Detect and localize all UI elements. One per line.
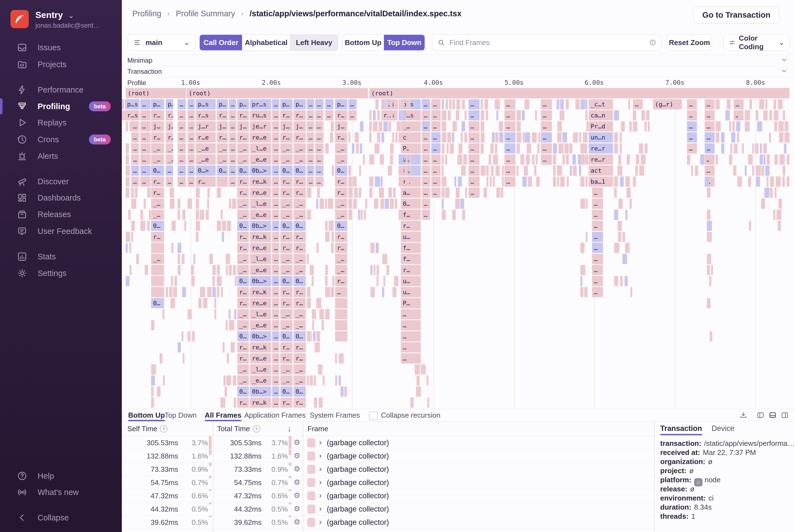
- flame-cell[interactable]: [586, 232, 588, 242]
- flame-cell[interactable]: [126, 232, 130, 242]
- flame-cell[interactable]: [234, 398, 236, 408]
- flame-cell[interactable]: [369, 188, 372, 198]
- flame-cell[interactable]: [335, 353, 337, 363]
- flame-cell[interactable]: _l…e: [250, 309, 271, 319]
- flame-cell[interactable]: [407, 132, 410, 142]
- expand-chevron-icon[interactable]: ›: [319, 517, 322, 527]
- flame-cell[interactable]: [732, 121, 735, 132]
- flame-root-cell[interactable]: (root): [187, 88, 368, 98]
- flame-cell[interactable]: [325, 221, 328, 231]
- expand-chevron-icon[interactable]: ›: [319, 478, 322, 487]
- flame-cell[interactable]: [316, 298, 321, 308]
- flame-cell[interactable]: [741, 99, 743, 109]
- flame-cell[interactable]: …: [188, 166, 195, 176]
- flame-cell[interactable]: _…: [294, 144, 306, 154]
- flame-cell[interactable]: [745, 166, 747, 176]
- flame-cell[interactable]: [460, 198, 464, 209]
- flame-cell[interactable]: [214, 298, 216, 308]
- flame-cell[interactable]: [231, 342, 235, 353]
- flame-cell[interactable]: [580, 287, 583, 297]
- flame-cell[interactable]: 0…: [280, 386, 292, 397]
- org-switcher[interactable]: Sentry ⌄: [35, 10, 74, 20]
- flame-cell[interactable]: [639, 144, 643, 154]
- flame-cell[interactable]: [707, 232, 712, 242]
- flame-cell[interactable]: …: [131, 176, 139, 187]
- flame-cell[interactable]: [502, 166, 504, 176]
- flame-cell[interactable]: [226, 254, 230, 264]
- tab-top-down[interactable]: Top Down: [165, 409, 197, 421]
- flame-cell[interactable]: …: [505, 176, 515, 187]
- flame-cell[interactable]: r…: [294, 342, 306, 353]
- flame-cell[interactable]: [131, 188, 134, 198]
- flame-cell[interactable]: re…e: [250, 353, 271, 363]
- flame-cell[interactable]: …: [272, 166, 279, 176]
- flame-cell[interactable]: [177, 243, 181, 253]
- flame-cell[interactable]: [427, 375, 429, 386]
- flame-cell[interactable]: _…: [294, 210, 306, 220]
- flame-cell[interactable]: [573, 166, 577, 176]
- flame-cell[interactable]: [227, 353, 229, 363]
- flame-cell[interactable]: r…: [401, 176, 421, 187]
- flame-cell[interactable]: …: [272, 176, 279, 187]
- table-row[interactable]: 305.53ms3.7%305.53ms3.7%⚙›(garbage colle…: [122, 436, 654, 450]
- flame-cell[interactable]: [729, 121, 732, 132]
- flame-cell[interactable]: …: [131, 132, 139, 142]
- flame-cell[interactable]: [191, 276, 195, 286]
- flame-cell[interactable]: [563, 132, 567, 142]
- flame-cell[interactable]: [177, 342, 181, 353]
- flame-cell[interactable]: [310, 265, 314, 275]
- flame-cell[interactable]: [779, 132, 783, 142]
- flame-cell[interactable]: [182, 287, 186, 297]
- flame-cell[interactable]: [445, 188, 450, 198]
- flame-cell[interactable]: [536, 154, 537, 165]
- flame-cell[interactable]: …: [705, 132, 715, 142]
- tab-device-details[interactable]: Device: [712, 421, 735, 435]
- flame-cell[interactable]: [325, 232, 329, 242]
- flame-cell[interactable]: [764, 188, 769, 198]
- frame-header[interactable]: Frame: [307, 424, 328, 433]
- flame-cell[interactable]: [516, 121, 521, 132]
- flame-cell[interactable]: [221, 210, 223, 220]
- flame-cell[interactable]: j…r: [196, 121, 216, 132]
- flame-cell[interactable]: [332, 232, 334, 242]
- expand-chevron-icon[interactable]: ›: [319, 438, 322, 447]
- flame-cell[interactable]: [212, 276, 215, 286]
- flame-cell[interactable]: [314, 398, 317, 408]
- flame-cell[interactable]: [761, 166, 764, 176]
- flame-cell[interactable]: [499, 121, 503, 132]
- flame-cell[interactable]: [395, 198, 397, 209]
- flame-cell[interactable]: r…: [151, 132, 164, 142]
- flame-cell[interactable]: r…: [237, 243, 249, 253]
- flame-cell[interactable]: _l…e: [250, 364, 271, 375]
- flame-cell[interactable]: …: [131, 144, 139, 154]
- sidebar-item-alerts[interactable]: Alerts: [0, 148, 122, 164]
- flame-cell[interactable]: [769, 110, 772, 120]
- flame-cell[interactable]: r…: [335, 232, 347, 242]
- flame-cell[interactable]: [335, 298, 347, 308]
- sidebar-item-projects[interactable]: Projects: [0, 57, 122, 72]
- flame-cell[interactable]: [620, 176, 624, 187]
- flame-cell[interactable]: …: [315, 110, 323, 120]
- flame-cell[interactable]: je…r: [250, 121, 271, 132]
- flame-cell[interactable]: [773, 99, 776, 109]
- flame-cell[interactable]: …: [592, 254, 603, 264]
- flame-cell[interactable]: …: [188, 110, 195, 120]
- flame-cell[interactable]: u…: [401, 232, 421, 242]
- flame-cell[interactable]: p…: [280, 99, 292, 109]
- flame-cell[interactable]: [691, 166, 693, 176]
- flame-cell[interactable]: …: [541, 132, 552, 142]
- flame-cell[interactable]: …: [272, 309, 279, 319]
- flame-cell[interactable]: [457, 154, 462, 165]
- flame-cell[interactable]: …: [229, 176, 236, 187]
- flame-cell[interactable]: _…: [294, 320, 306, 330]
- flame-cell[interactable]: _…: [237, 309, 249, 319]
- flame-cell[interactable]: j…: [280, 121, 292, 132]
- expand-chevron-icon[interactable]: ›: [319, 504, 322, 513]
- flame-cell[interactable]: r…: [280, 243, 292, 253]
- flame-cell[interactable]: [394, 276, 398, 286]
- flame-cell[interactable]: [314, 375, 316, 386]
- flame-cell[interactable]: [130, 121, 132, 132]
- flame-cell[interactable]: …: [431, 188, 441, 198]
- flame-cell[interactable]: [648, 121, 650, 132]
- flame-cell[interactable]: [736, 121, 740, 132]
